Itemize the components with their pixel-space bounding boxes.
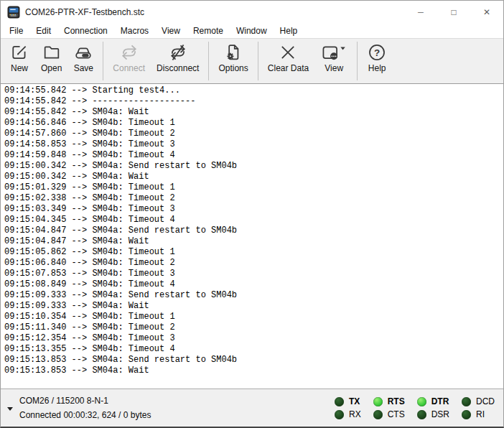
menu-view[interactable]: View [155,24,187,38]
log-line: 09:15:09.333 --> SM04a: Send restart to … [4,290,503,301]
dtr-label: DTR [431,396,449,406]
tx-label: TX [349,396,360,406]
close-button[interactable]: ✕ [470,1,503,23]
menu-help[interactable]: Help [274,24,304,38]
log-line: 09:14:55.842 --> -------------------- [4,96,503,107]
log-line: 09:15:12.354 --> SM04b: Timeout 3 [4,333,503,344]
log-line: 09:15:04.345 --> SM04b: Timeout 4 [4,215,503,225]
new-document-icon [9,42,29,62]
rx-led-icon [335,410,344,419]
indicator-cts: CTS [373,409,405,419]
help-question-icon: ? [367,42,387,62]
menu-file[interactable]: File [3,24,29,38]
toolbar-separator [103,42,103,80]
dsr-led-icon [417,410,426,419]
disconnect-icon [168,42,188,62]
log-line: 09:15:04.847 --> SM04a: Wait [4,236,503,247]
menu-remote[interactable]: Remote [187,24,230,38]
indicator-column: DCD RI [462,396,495,419]
indicator-rts: RTS [373,396,405,406]
disconnect-button[interactable]: Disconnect [151,39,205,83]
indicator-tx: TX [335,396,361,406]
log-line: 09:14:56.846 --> SM04b: Timeout 1 [4,118,503,129]
menu-edit[interactable]: Edit [29,24,57,38]
log-line: 09:15:07.853 --> SM04b: Timeout 3 [4,269,503,279]
rts-label: RTS [388,396,405,406]
open-button-label: Open [41,63,62,73]
log-line: 09:15:13.853 --> SM04a: Wait [4,366,503,376]
options-button-label: Options [218,63,248,73]
menu-macros[interactable]: Macros [114,24,155,38]
save-button-label: Save [74,63,93,73]
status-dropdown-arrow-icon[interactable] [7,407,13,411]
ri-led-icon [462,410,471,419]
log-line: 09:15:02.338 --> SM04b: Timeout 2 [4,193,503,204]
caption-buttons: ─ □ ✕ [404,1,503,23]
options-button[interactable]: Options [213,39,253,83]
clear-data-button[interactable]: Clear Data [262,39,314,83]
log-area[interactable]: 09:14:55.842 --> Starting test4...09:14:… [1,84,503,389]
app-window: COM26-PTR-XF-Testbench.stc ─ □ ✕ File Ed… [0,0,504,428]
open-button[interactable]: Open [35,39,67,83]
indicator-ri: RI [462,409,495,419]
connect-button[interactable]: Connect [107,39,151,83]
statusbar: COM26 / 115200 8-N-1 Connected 00:00:32,… [1,389,503,427]
svg-text:?: ? [374,47,380,58]
log-line: 09:14:59.848 --> SM04b: Timeout 4 [4,150,503,161]
menubar: File Edit Connection Macros View Remote … [1,23,503,38]
open-folder-icon [42,42,62,62]
rx-label: RX [349,409,361,419]
save-button[interactable]: Save [67,39,99,83]
dcd-label: DCD [476,396,495,406]
log-line: 09:15:10.354 --> SM04b: Timeout 1 [4,312,503,322]
titlebar: COM26-PTR-XF-Testbench.stc ─ □ ✕ [1,1,503,23]
log-line: 09:15:00.342 --> SM04a: Wait [4,172,503,182]
view-button-label: View [325,63,343,73]
view-window-icon [320,42,347,62]
save-drive-icon [73,42,93,62]
view-button[interactable]: View [314,39,353,83]
log-line: 09:14:55.842 --> Starting test4... [4,85,503,96]
log-line: 09:15:06.840 --> SM04b: Timeout 2 [4,258,503,269]
menu-window[interactable]: Window [230,24,274,38]
rts-led-icon [373,397,383,406]
indicator-dsr: DSR [417,409,449,419]
maximize-button[interactable]: □ [437,1,470,23]
menu-connection[interactable]: Connection [57,24,114,38]
dsr-label: DSR [431,409,449,419]
dtr-led-icon [417,397,426,406]
indicator-dtr: DTR [417,396,449,406]
indicator-dcd: DCD [462,396,495,406]
toolbar-separator [258,42,258,80]
indicator-column: TX RX [335,396,361,419]
connection-info-text: Connected 00:00:32, 624 / 0 bytes [19,408,151,422]
log-line: 09:15:09.333 --> SM04a: Wait [4,301,503,312]
clear-x-icon [278,42,298,62]
connect-button-label: Connect [113,63,145,73]
disconnect-button-label: Disconnect [157,63,199,73]
log-line: 09:14:58.853 --> SM04b: Timeout 3 [4,139,503,150]
indicator-column: RTS CTS [373,396,405,419]
log-line: 09:15:04.847 --> SM04a: Send restart to … [4,225,503,236]
port-settings-text: COM26 / 115200 8-N-1 [19,394,151,408]
minimize-button[interactable]: ─ [404,1,437,23]
log-line: 09:14:55.842 --> SM04a: Wait [4,107,503,118]
indicator-rx: RX [335,409,361,419]
new-button-label: New [11,63,28,73]
dropdown-arrow-icon [340,47,345,50]
new-button[interactable]: New [4,39,35,83]
help-button[interactable]: ? Help [361,39,393,83]
connect-icon [119,42,139,62]
signal-indicators: TX RX RTS CTS DT [335,396,495,419]
toolbar-separator [357,42,358,80]
connection-status: COM26 / 115200 8-N-1 Connected 00:00:32,… [19,394,151,422]
help-button-label: Help [368,63,386,73]
log-line: 09:15:05.862 --> SM04b: Timeout 1 [4,247,503,258]
cts-led-icon [373,410,383,419]
app-icon [7,6,20,19]
toolbar-separator [208,42,209,80]
clear-data-button-label: Clear Data [268,63,309,73]
indicator-column: DTR DSR [417,396,449,419]
log-line: 09:14:57.860 --> SM04b: Timeout 2 [4,129,503,139]
log-line: 09:15:01.329 --> SM04b: Timeout 1 [4,182,503,193]
